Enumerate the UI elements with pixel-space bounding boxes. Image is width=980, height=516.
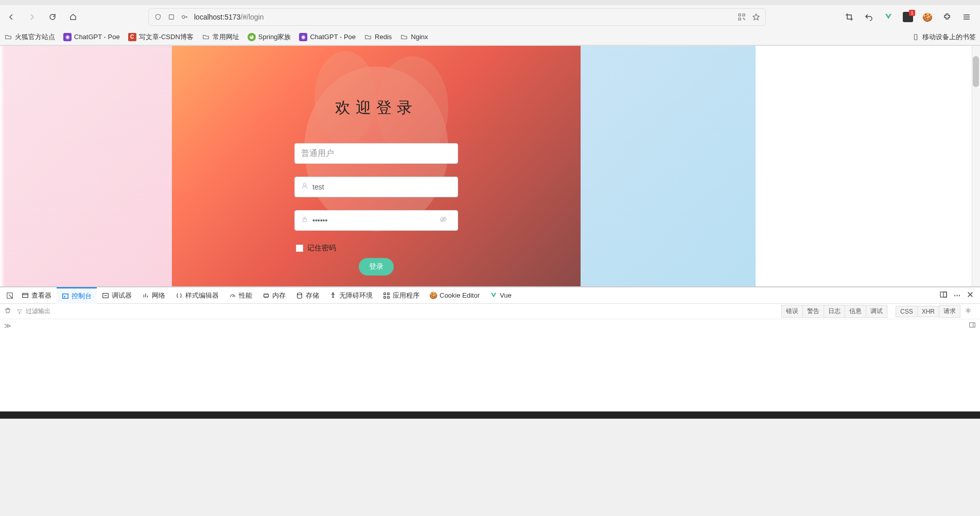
left-background xyxy=(4,46,172,286)
dark-ext-icon[interactable]: 1 xyxy=(903,12,913,22)
cookie-icon: 🍪 xyxy=(430,292,437,299)
eye-off-icon[interactable] xyxy=(439,215,447,226)
tab-vue[interactable]: Vue xyxy=(485,287,517,304)
lock-icon xyxy=(301,216,308,225)
bookmark-item[interactable]: ◉ ChatGPT - Poe xyxy=(299,33,356,41)
devtools-more-icon[interactable]: ⋯ xyxy=(954,291,960,299)
back-button[interactable] xyxy=(4,10,19,24)
devtools-close-icon[interactable] xyxy=(967,291,974,300)
tab-debugger[interactable]: 调试器 xyxy=(97,287,137,304)
tab-label: 内存 xyxy=(272,291,286,300)
chip-log[interactable]: 日志 xyxy=(824,305,845,318)
username-input[interactable] xyxy=(312,183,451,191)
forward-button[interactable] xyxy=(25,10,39,24)
chip-info[interactable]: 信息 xyxy=(845,305,866,318)
role-select[interactable]: 普通用户 xyxy=(294,143,458,164)
role-placeholder: 普通用户 xyxy=(301,148,334,159)
filter-placeholder: 过滤输出 xyxy=(26,307,50,316)
tab-application[interactable]: 应用程序 xyxy=(378,287,425,304)
tab-cookie-editor[interactable]: 🍪 Cookie Editor xyxy=(425,287,485,304)
login-title: 欢迎登录 xyxy=(335,97,417,118)
reload-button[interactable] xyxy=(45,10,60,24)
svg-point-17 xyxy=(297,293,302,295)
remember-checkbox[interactable] xyxy=(296,245,303,252)
svg-rect-21 xyxy=(384,296,386,298)
tab-storage[interactable]: 存储 xyxy=(291,287,324,304)
key-icon xyxy=(181,13,189,21)
a11y-icon xyxy=(329,292,337,299)
password-input[interactable] xyxy=(312,216,439,225)
bookmark-label: Spring家族 xyxy=(258,32,291,42)
tab-label: 应用程序 xyxy=(393,291,419,300)
toolbar-row: localhost:5173/#/login 1 🍪 xyxy=(0,5,980,29)
chip-xhr[interactable]: XHR xyxy=(918,306,939,317)
right-background xyxy=(581,46,756,286)
center-background: 欢迎登录 普通用户 xyxy=(172,46,581,286)
url-text: localhost:5173/#/login xyxy=(194,13,732,21)
tab-performance[interactable]: 性能 xyxy=(224,287,257,304)
mobile-bookmarks[interactable]: 移动设备上的书签 xyxy=(912,32,976,42)
svg-rect-14 xyxy=(63,294,68,298)
console-settings-icon[interactable] xyxy=(960,307,976,316)
svg-rect-26 xyxy=(970,322,975,327)
bookmark-star-icon[interactable] xyxy=(752,13,760,21)
scroll-thumb[interactable] xyxy=(973,56,979,87)
crop-ext-icon[interactable] xyxy=(844,12,854,22)
cookie-ext-icon[interactable]: 🍪 xyxy=(922,12,933,22)
bookmark-item[interactable]: ◉ ChatGPT - Poe xyxy=(63,33,120,41)
console-output[interactable] xyxy=(0,332,980,411)
tab-console[interactable]: 控制台 xyxy=(57,287,97,304)
bookmark-item[interactable]: Spring家族 xyxy=(248,32,291,42)
clear-console-icon[interactable] xyxy=(4,307,11,316)
qr-icon[interactable] xyxy=(738,13,746,21)
svg-rect-2 xyxy=(739,14,741,16)
bookmark-item[interactable]: 火狐官方站点 xyxy=(4,32,55,42)
console-filter-input[interactable]: 过滤输出 xyxy=(16,307,50,316)
devtools-dock-icon[interactable] xyxy=(939,290,948,300)
bookmark-label: 写文章-CSDN博客 xyxy=(139,32,194,42)
bookmarks-bar: 火狐官方站点 ◉ ChatGPT - Poe C 写文章-CSDN博客 常用网址… xyxy=(0,29,980,45)
menu-icon[interactable] xyxy=(961,12,972,22)
tab-memory[interactable]: 内存 xyxy=(257,287,291,304)
home-button[interactable] xyxy=(66,10,80,24)
shield-icon xyxy=(154,13,162,21)
tab-label: 存储 xyxy=(306,291,319,300)
vertical-scrollbar[interactable] xyxy=(972,46,980,286)
bookmark-item[interactable]: C 写文章-CSDN博客 xyxy=(128,32,194,42)
vue-ext-icon[interactable] xyxy=(883,12,894,22)
chip-error[interactable]: 错误 xyxy=(781,305,803,318)
chip-warning[interactable]: 警告 xyxy=(803,305,824,318)
extensions-icon[interactable] xyxy=(942,12,952,22)
bookmark-item[interactable]: Redis xyxy=(364,33,392,41)
app-icon xyxy=(383,292,390,299)
bookmark-item[interactable]: Nginx xyxy=(400,33,428,41)
tab-style-editor[interactable]: 样式编辑器 xyxy=(170,287,224,304)
viewport-remainder xyxy=(756,46,980,286)
tab-accessibility[interactable]: 无障碍环境 xyxy=(324,287,378,304)
chip-request[interactable]: 请求 xyxy=(939,305,960,318)
network-icon xyxy=(142,292,149,299)
tab-inspector[interactable]: 查看器 xyxy=(16,287,57,304)
permissions-icon xyxy=(167,13,176,21)
svg-rect-5 xyxy=(914,34,917,40)
poe-icon: ◉ xyxy=(63,33,72,41)
bookmark-item[interactable]: 常用网址 xyxy=(202,32,239,42)
bookmark-label: 火狐官方站点 xyxy=(15,32,55,42)
svg-rect-3 xyxy=(743,14,745,16)
style-icon xyxy=(176,292,183,299)
devtools-iframe-select[interactable] xyxy=(3,287,16,304)
chip-css[interactable]: CSS xyxy=(896,306,918,317)
svg-point-9 xyxy=(303,183,306,186)
console-prompt-icon[interactable]: ≫ xyxy=(4,322,11,330)
svg-point-25 xyxy=(967,309,969,312)
chip-debug[interactable]: 调试 xyxy=(866,305,887,318)
remember-row: 记住密码 xyxy=(296,244,460,253)
address-bar[interactable]: localhost:5173/#/login xyxy=(148,8,766,26)
tab-label: 网络 xyxy=(152,291,165,300)
login-panel: 欢迎登录 普通用户 xyxy=(289,97,464,286)
console-sidebar-toggle-icon[interactable] xyxy=(969,321,976,330)
tab-network[interactable]: 网络 xyxy=(137,287,170,304)
login-button[interactable]: 登录 xyxy=(359,258,394,276)
tab-label: 性能 xyxy=(239,291,252,300)
undo-ext-icon[interactable] xyxy=(864,12,874,22)
